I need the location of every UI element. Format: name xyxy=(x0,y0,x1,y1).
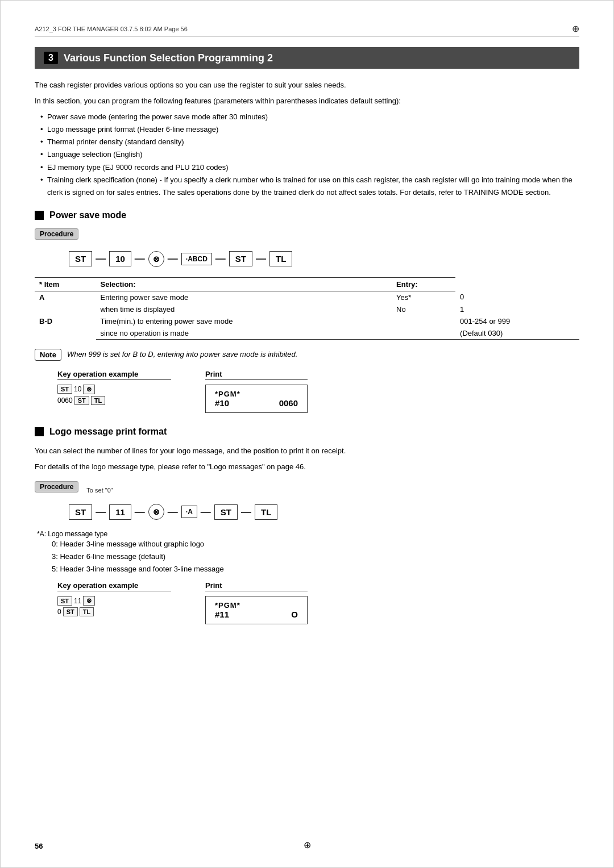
header-text: A212_3 FOR THE MANAGER 03.7.5 8:02 AM Pa… xyxy=(35,26,188,32)
diag-arrow-2: — xyxy=(135,253,145,265)
diag-arrow-1: — xyxy=(96,253,106,265)
item-a-sel2: No xyxy=(392,303,455,315)
power-save-heading: Power save mode xyxy=(35,210,579,220)
key-op-header-1: Key operation example xyxy=(57,370,171,380)
print-value-1: 0060 xyxy=(279,398,298,408)
diag2-arrow-4: — xyxy=(201,506,211,518)
logo-msg-heading: Logo message print format xyxy=(35,427,579,437)
print-label-2: #11 xyxy=(215,610,229,619)
key-0060: 0060 xyxy=(57,397,73,404)
key-print-section-2: Key operation example ST 11 ⊗ 0 ST TL Pr… xyxy=(57,581,579,624)
power-save-table: * Item Selection: Entry: A Entering powe… xyxy=(35,277,579,340)
diag2-tl: TL xyxy=(255,504,277,520)
print-col-1: Print *PGM* #10 0060 xyxy=(205,370,308,413)
col-entry: Entry: xyxy=(392,277,455,291)
print-data-line-1: #10 0060 xyxy=(215,398,298,408)
power-save-title: Power save mode xyxy=(49,210,126,220)
item-bd-desc1: Time(min.) to entering power save mode xyxy=(96,315,392,327)
logo-desc1: You can select the number of lines for y… xyxy=(35,445,579,457)
diag-arrow-3: — xyxy=(168,253,178,265)
logo-msg-title: Logo message print format xyxy=(49,427,167,437)
page-header: A212_3 FOR THE MANAGER 03.7.5 8:02 AM Pa… xyxy=(35,23,579,37)
table-row-a-2: when time is displayed No 1 xyxy=(35,303,579,315)
item-bd-sel2 xyxy=(392,327,455,340)
item-bd-label: B-D xyxy=(35,315,96,340)
black-square-icon xyxy=(35,211,44,220)
item-bd-entry2: (Default 030) xyxy=(455,327,579,340)
key2-st-2: ST xyxy=(63,607,78,616)
key-line-1a: ST 10 ⊗ xyxy=(57,385,171,394)
print-value-2: O xyxy=(291,610,298,619)
key2-tl: TL xyxy=(80,607,94,616)
crosshair-bottom: ⊕ xyxy=(304,840,311,850)
print-content-1: *PGM* #10 0060 xyxy=(205,385,308,413)
section-title-text: Various Function Selection Programming 2 xyxy=(64,52,273,64)
diag2-arrow-1: — xyxy=(96,506,106,518)
key-line-2b: 0 ST TL xyxy=(57,607,171,616)
key-st-2: ST xyxy=(74,396,89,405)
print-header-2: Print xyxy=(205,581,308,591)
bullet-5: Training clerk specification (none) - If… xyxy=(40,174,579,199)
page: A212_3 FOR THE MANAGER 03.7.5 8:02 AM Pa… xyxy=(0,0,614,868)
procedure-label-1: Procedure xyxy=(35,228,78,240)
diag-10: 10 xyxy=(109,251,131,266)
print-label-1: #10 xyxy=(215,398,229,408)
col-item: * Item xyxy=(35,277,96,291)
key-print-section-1: Key operation example ST 10 ⊗ 0060 ST TL… xyxy=(57,370,579,413)
diag-tl-1: TL xyxy=(269,251,292,266)
item-a-desc2: when time is displayed xyxy=(96,303,392,315)
item-a-label: A xyxy=(35,291,96,315)
bullet-1: Logo message print format (Header 6-line… xyxy=(40,123,579,136)
key-op-col-2: Key operation example ST 11 ⊗ 0 ST TL xyxy=(57,581,171,618)
intro-bullets: Power save mode (entering the power save… xyxy=(40,111,579,199)
diag2-11: 11 xyxy=(109,504,131,520)
col-selection: Selection: xyxy=(96,277,392,291)
diag2-st-1: ST xyxy=(69,504,92,520)
crosshair-top: ⊕ xyxy=(572,23,579,34)
note-label-1: Note xyxy=(35,349,61,361)
diag-arrow-5: — xyxy=(256,253,266,265)
key-st-1: ST xyxy=(57,385,72,394)
print-header-1: Print xyxy=(205,370,308,380)
key2-0: 0 xyxy=(57,608,61,616)
key-tl-1: TL xyxy=(91,396,105,405)
key-line-2a: ST 11 ⊗ xyxy=(57,596,171,606)
pgm-line-1: *PGM* xyxy=(215,390,298,398)
intro-line1: The cash register provides various optio… xyxy=(35,79,579,91)
bullet-4: EJ memory type (EJ 9000 records and PLU … xyxy=(40,161,579,174)
item-a-desc1: Entering power save mode xyxy=(96,291,392,303)
diag-abcd: ·ABCD xyxy=(181,253,212,265)
diag2-circle-1: ⊗ xyxy=(148,504,164,520)
item-bd-entry1: 001-254 or 999 xyxy=(455,315,579,327)
table-row-bd-2: since no operation is made (Default 030) xyxy=(35,327,579,340)
diag2-st-2: ST xyxy=(214,504,238,520)
diag2-arrow-3: — xyxy=(168,506,178,518)
table-row-bd-1: B-D Time(min.) to entering power save mo… xyxy=(35,315,579,327)
logo-sub-0: 0: Header 3-line message without graphic… xyxy=(52,538,579,550)
bullet-2: Thermal printer density (standard densit… xyxy=(40,136,579,148)
intro-line2: In this section, you can program the fol… xyxy=(35,95,579,107)
to-set-label: To set "0" xyxy=(86,487,113,494)
diag-circle-1: ⊗ xyxy=(148,251,164,267)
section-number: 3 xyxy=(44,52,58,64)
diag2-arrow-5: — xyxy=(241,506,251,518)
procedure-label-2: Procedure xyxy=(35,481,78,493)
diag2-arrow-2: — xyxy=(135,506,145,518)
key2-11: 11 xyxy=(74,597,81,605)
key-x-1: ⊗ xyxy=(83,385,95,394)
item-bd-desc2: since no operation is made xyxy=(96,327,392,340)
diag-arrow-4: — xyxy=(215,253,226,265)
key-10: 10 xyxy=(74,385,81,393)
print-data-line-2: #11 O xyxy=(215,610,298,619)
print-col-2: Print *PGM* #11 O xyxy=(205,581,308,624)
key-op-col-1: Key operation example ST 10 ⊗ 0060 ST TL xyxy=(57,370,171,407)
page-number: 56 xyxy=(35,842,43,850)
key-line-1b: 0060 ST TL xyxy=(57,396,171,405)
key2-x-1: ⊗ xyxy=(83,596,95,606)
diag-st-2: ST xyxy=(229,251,252,266)
diag2-a: ·A xyxy=(181,506,197,518)
bullet-0: Power save mode (entering the power save… xyxy=(40,111,579,123)
diag-st-1: ST xyxy=(69,251,92,266)
black-square-icon-2 xyxy=(35,427,44,436)
logo-diagram: ST — 11 — ⊗ — ·A — ST — TL xyxy=(69,504,579,520)
